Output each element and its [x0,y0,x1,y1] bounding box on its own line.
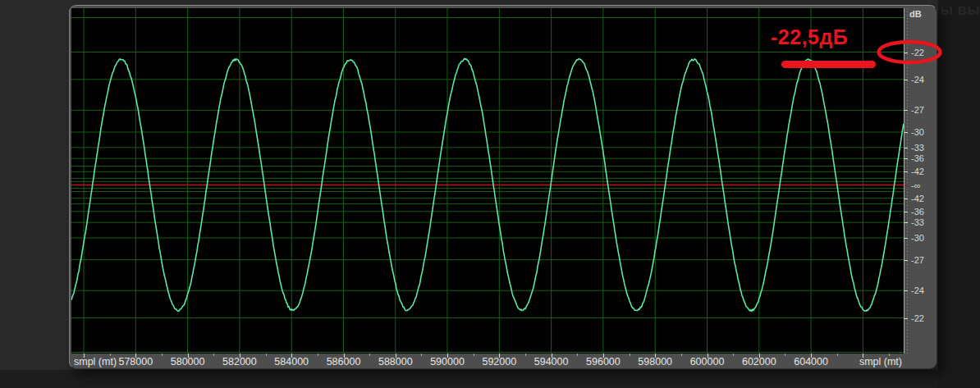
sample-tick-label: 578000 [107,356,164,367]
db-tick [904,171,908,172]
db-tick-label: -33 [911,143,924,153]
db-tick-label: -24 [911,75,924,84]
db-tick [904,238,908,239]
db-tick [904,318,908,319]
db-tick [904,148,908,148]
db-tick-label: -42 [911,167,924,176]
db-tick [904,290,908,291]
sample-tick-label: 580000 [159,356,217,367]
sample-unit-label-right: smpl (mt) [859,356,902,367]
sample-minor-tick [889,354,890,356]
sample-tick-label: 600000 [679,356,736,367]
sample-tick-label: 582000 [211,356,268,367]
db-tick-label: -42 [911,194,924,203]
waveform-display[interactable] [71,8,904,354]
db-tick [904,185,908,186]
watermark-text: Ы ВЫГ [941,3,980,17]
sample-tick-label: 602000 [730,356,788,367]
background-right-area [938,0,980,388]
db-tick [904,132,908,133]
sample-tick-label: 588000 [367,356,424,367]
sample-tick-label: 592000 [470,356,528,367]
db-tick [904,110,908,111]
db-axis-title: dB [909,9,922,19]
db-tick-label: -36 [911,207,924,217]
sample-tick-label: 584000 [263,356,320,367]
db-tick-label: -36 [911,153,924,163]
db-tick-label: -24 [911,285,924,295]
annotation-db-value-text: -22,5дБ [771,25,848,49]
db-tick-label: -27 [911,105,924,115]
db-tick-label: -27 [911,255,924,265]
sample-tick-label: 596000 [575,356,632,367]
db-tick-label: -∞ [911,180,921,190]
db-tick [904,260,908,261]
sample-major-tick [863,354,863,358]
sample-tick-label: 604000 [782,356,840,367]
sample-major-tick [84,354,85,358]
sample-tick-label: 598000 [626,356,684,367]
waveform-canvas [71,8,904,354]
db-tick [904,158,908,159]
screenshot-root: Ы ВЫГ dB -22-24-27-30-33-36-42-∞-42-36-3… [0,0,980,388]
db-tick-label: -22 [911,313,924,323]
db-tick [904,212,908,212]
background-bottom-area [0,370,938,388]
db-tick-label: -33 [911,217,924,227]
db-tick-label: -30 [911,127,924,137]
annotation-level-line [781,61,876,68]
sample-tick-label: 590000 [419,356,476,367]
sample-tick-label: 586000 [315,356,373,367]
db-tick [904,80,908,80]
db-tick-label: -30 [911,233,924,243]
sample-tick-label: 594000 [523,356,580,367]
db-tick [904,222,908,223]
db-tick [904,199,908,199]
annotation-circle-icon [877,39,942,65]
